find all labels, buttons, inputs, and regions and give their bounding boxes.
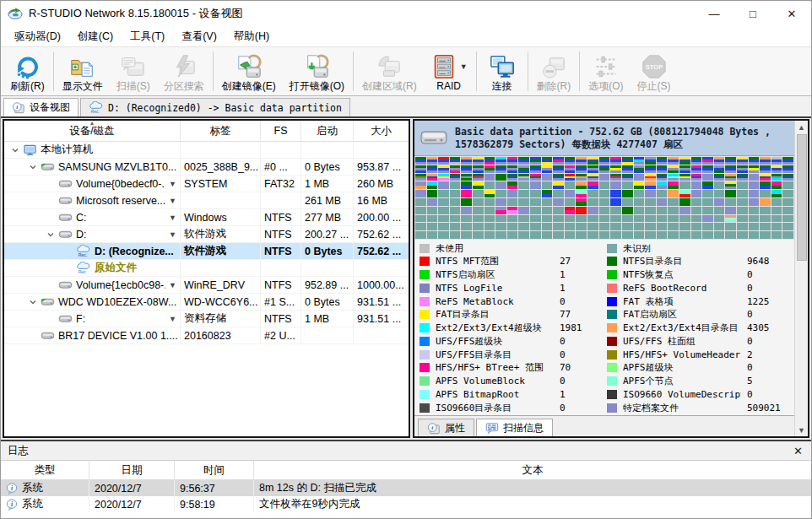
scan-panel-tab-0[interactable]: i属性 xyxy=(418,419,474,436)
view-tab-1[interactable]: Rec.D: (Recognized0) -> Basic data parti… xyxy=(80,98,350,116)
legend-label: HFS/HFS+ BTree+ 范围 xyxy=(436,361,554,374)
scan-block xyxy=(679,157,690,165)
scan-block xyxy=(518,181,529,189)
scan-panel-tab-label: 扫描信息 xyxy=(503,421,544,435)
legend-swatch xyxy=(607,323,617,332)
column-header-device[interactable]: ▲设备/磁盘 xyxy=(4,121,181,142)
close-button[interactable]: ✕ xyxy=(772,1,811,26)
log-column-time[interactable]: 时间 xyxy=(175,461,254,480)
expander-chevron-icon[interactable] xyxy=(29,163,37,171)
scan-block xyxy=(749,207,760,214)
device-row[interactable]: SAMSUNG MZVLB1T0...0025_388B_9...#0 ...0… xyxy=(4,159,409,176)
menu-view[interactable]: 查看(V) xyxy=(173,27,225,46)
log-column-type[interactable]: 类型 xyxy=(1,461,89,480)
legend-item: UFS/FFS目录条目0 xyxy=(420,349,604,360)
row-dropdown-icon[interactable]: ▼ xyxy=(169,281,178,289)
scroll-up-icon[interactable]: ▲ xyxy=(795,121,808,133)
options-button[interactable]: 选项(O) xyxy=(582,47,630,95)
scan-block xyxy=(645,215,656,223)
log-column-date[interactable]: 日期 xyxy=(89,461,175,480)
device-row[interactable]: Microsoft reserve...▼261 MB16 MB xyxy=(4,192,409,209)
expander-chevron-icon[interactable] xyxy=(46,230,55,239)
delete-button[interactable]: 删除(R) xyxy=(530,47,578,95)
row-dropdown-icon[interactable]: ▼ xyxy=(169,214,178,222)
toolbar-separator xyxy=(528,51,528,91)
row-dropdown-icon[interactable]: ▼ xyxy=(169,197,178,205)
create-region-button[interactable]: 创建区域(R) xyxy=(355,47,424,95)
scan-block xyxy=(450,215,461,223)
device-row[interactable]: WDC WD10EZEX-08W...WD-WCC6Y6...#1 S...0 … xyxy=(4,294,409,311)
scan-panel-tab-1[interactable]: 扫描信息 xyxy=(476,419,553,436)
menu-drives[interactable]: 驱动器(D) xyxy=(6,27,69,46)
device-row[interactable]: 本地计算机 xyxy=(4,142,409,159)
scan-panel-scrollbar[interactable]: ▲ ▼ xyxy=(794,121,808,436)
row-dropdown-icon[interactable]: ▼ xyxy=(169,180,178,188)
minimize-button[interactable]: — xyxy=(695,1,734,26)
partition-info-header: Basic data partition - 752.62 GB (808121… xyxy=(414,121,794,156)
scan-block xyxy=(427,215,438,223)
scroll-down-icon[interactable]: ▼ xyxy=(795,424,808,436)
row-dropdown-icon[interactable]: ▼ xyxy=(169,230,178,239)
menu-help[interactable]: 帮助(H) xyxy=(225,27,278,46)
scroll-thumb[interactable] xyxy=(797,134,807,261)
partition-search-button[interactable]: 分区搜索 xyxy=(157,47,211,95)
open-image-button[interactable]: 打开镜像(O) xyxy=(283,47,351,95)
device-row[interactable]: Volume{1ecb0c98-...▼WinRE_DRVNTFS952.89 … xyxy=(4,277,409,294)
scan-block xyxy=(622,198,633,206)
device-row[interactable]: C:▼WindowsNTFS277 MB200.00 ... xyxy=(4,209,409,226)
stop-icon: STOP xyxy=(641,52,668,81)
maximize-button[interactable]: □ xyxy=(734,1,772,26)
scan-legend: 未使用NTFS MFT范围27NTFS启动扇区1NTFS LogFile1ReF… xyxy=(414,240,794,415)
legend-swatch xyxy=(420,310,430,319)
device-row[interactable]: F:▼资料存储NTFS1 MB931.51 ... xyxy=(4,311,409,327)
scan-block xyxy=(634,157,645,165)
scan-button[interactable]: 扫描(S) xyxy=(110,47,157,95)
legend-swatch xyxy=(607,390,617,399)
log-close-icon[interactable]: ✕ xyxy=(793,445,803,457)
column-header-fs[interactable]: FS xyxy=(261,121,301,142)
device-row[interactable]: Volume{0bedecf0-...▼SYSTEMFAT321 MB260 M… xyxy=(4,176,409,192)
stop-button[interactable]: STOP停止(S) xyxy=(631,47,678,95)
legend-label: ISO9660目录条目 xyxy=(436,402,554,414)
device-row[interactable]: BR17 DEVICE V1.00 1....20160823#2 U... xyxy=(4,327,409,344)
legend-label: 未使用 xyxy=(436,242,554,255)
svg-text:STOP: STOP xyxy=(645,63,662,71)
create-image-button[interactable]: 创建镜像(E) xyxy=(215,47,283,95)
scan-block xyxy=(737,231,748,239)
log-row[interactable]: i系统2020/12/79:56:378m 12s 的 D: 扫描已完成 xyxy=(1,480,811,496)
expander-chevron-icon[interactable] xyxy=(11,146,19,154)
column-header-label[interactable]: 标签 xyxy=(181,121,261,142)
view-tab-0[interactable]: i设备视图 xyxy=(3,98,78,116)
show-files-button[interactable]: 显示文件 xyxy=(56,47,110,95)
device-row[interactable]: D:▼软件游戏NTFS200.27 ...752.62 ... xyxy=(4,226,409,243)
column-header-start[interactable]: 启动 xyxy=(301,121,354,142)
refresh-button[interactable]: 刷新(R) xyxy=(3,47,51,95)
expander-chevron-icon[interactable] xyxy=(29,298,37,306)
scan-block xyxy=(450,207,461,214)
log-column-text[interactable]: 文本 xyxy=(254,461,811,480)
row-dropdown-icon[interactable]: ▼ xyxy=(169,315,178,323)
scan-block xyxy=(714,190,725,197)
scan-block xyxy=(473,223,484,230)
device-label: 软件游戏 xyxy=(181,243,261,260)
scan-block xyxy=(473,165,484,173)
legend-swatch xyxy=(607,297,617,306)
sort-arrow-icon: ▲ xyxy=(89,120,95,126)
scan-block xyxy=(507,190,518,197)
log-body: i系统2020/12/79:56:378m 12s 的 D: 扫描已完成i系统2… xyxy=(1,480,811,518)
menu-create[interactable]: 创建(C) xyxy=(69,27,122,46)
device-fs: #0 ... xyxy=(261,159,301,176)
connect-button[interactable]: 连接 xyxy=(479,47,526,95)
scan-block xyxy=(771,207,782,214)
scan-block xyxy=(749,165,760,173)
device-row[interactable]: Rec.原始文件 xyxy=(4,260,409,277)
device-row[interactable]: Rec.D: (Recognize...软件游戏NTFS0 Bytes752.6… xyxy=(4,243,409,260)
log-row[interactable]: i系统2020/12/79:58:19文件枚举在9秒内完成 xyxy=(1,496,811,512)
menu-tools[interactable]: 工具(T) xyxy=(122,27,173,46)
column-header-size[interactable]: 大小 xyxy=(354,121,409,142)
scan-block xyxy=(610,223,621,230)
dropdown-arrow-icon[interactable]: ▼ xyxy=(460,62,468,71)
scan-block xyxy=(725,231,736,239)
raid-button[interactable]: ▼RAID xyxy=(424,47,474,95)
app-window: R-STUDIO Network 8.15.180015 - 设备视图 — □ … xyxy=(0,0,812,519)
